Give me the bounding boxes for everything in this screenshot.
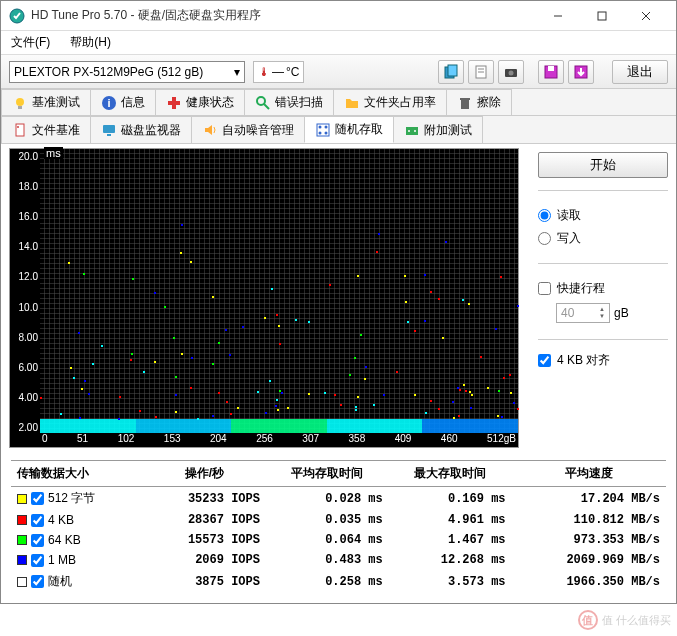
exit-button[interactable]: 退出 (612, 60, 668, 84)
svg-rect-6 (448, 65, 457, 76)
svg-point-33 (325, 131, 328, 134)
series-checkbox[interactable] (31, 575, 44, 588)
check-4kb-align[interactable]: 4 KB 对齐 (538, 352, 668, 369)
tab-信息[interactable]: i信息 (90, 89, 156, 115)
tab-label: 基准测试 (32, 94, 80, 111)
lightbulb-icon (12, 95, 28, 111)
series-checkbox[interactable] (31, 554, 44, 567)
svg-point-35 (408, 130, 410, 132)
max-access-value: 4.961 ms (389, 510, 512, 530)
tab-自动噪音管理[interactable]: 自动噪音管理 (191, 116, 305, 143)
svg-point-31 (325, 125, 328, 128)
save-button[interactable] (538, 60, 564, 84)
tab-文件夹占用率[interactable]: 文件夹占用率 (333, 89, 447, 115)
radio-read[interactable]: 读取 (538, 207, 668, 224)
radio-read-input[interactable] (538, 209, 551, 222)
radio-write-input[interactable] (538, 232, 551, 245)
series-checkbox[interactable] (31, 514, 44, 527)
scatter-outliers (40, 409, 518, 421)
y-tick: 6.00 (10, 362, 38, 373)
iops-value: 3875 IOPS (143, 570, 266, 593)
chevron-down-icon: ▾ (234, 65, 240, 79)
transfer-size: 1 MB (48, 553, 76, 567)
spinner-buttons[interactable]: ▲▼ (599, 306, 605, 320)
table-row: 4 KB 28367 IOPS 0.035 ms 4.961 ms 110.81… (11, 510, 666, 530)
tab-健康状态[interactable]: 健康状态 (155, 89, 245, 115)
scatter-baseline (40, 419, 518, 433)
check-4kb-align-input[interactable] (538, 354, 551, 367)
radio-write[interactable]: 写入 (538, 230, 668, 247)
temp-value: — (272, 65, 284, 79)
svg-rect-20 (168, 101, 180, 105)
search-icon (255, 95, 271, 111)
tab-label: 擦除 (477, 94, 501, 111)
plot-area (40, 149, 518, 433)
results-panel: 传输数据大小操作/秒平均存取时间最大存取时间平均速度 512 字节 35233 … (1, 456, 676, 603)
range-spinbox[interactable]: 40 ▲▼ (556, 303, 610, 323)
y-tick: 14.0 (10, 241, 38, 252)
series-checkbox[interactable] (31, 492, 44, 505)
svg-rect-25 (16, 124, 24, 136)
y-tick: 18.0 (10, 181, 38, 192)
tab-擦除[interactable]: 擦除 (446, 89, 512, 115)
avg-access-value: 0.064 ms (266, 530, 389, 550)
series-color-swatch (17, 494, 27, 504)
tab-随机存取[interactable]: 随机存取 (304, 116, 394, 143)
max-access-value: 1.467 ms (389, 530, 512, 550)
start-button[interactable]: 开始 (538, 152, 668, 178)
maximize-button[interactable] (580, 2, 624, 30)
avg-speed-value: 17.204 MB/s (512, 487, 666, 511)
tab-文件基准[interactable]: 文件基准 (1, 116, 91, 143)
drive-select[interactable]: PLEXTOR PX-512M9PeG (512 gB) ▾ (9, 61, 245, 83)
y-tick: 10.0 (10, 302, 38, 313)
app-icon (9, 8, 25, 24)
series-checkbox[interactable] (31, 534, 44, 547)
col-header: 传输数据大小 (11, 461, 143, 487)
check-random-range-label: 快捷行程 (557, 280, 605, 297)
avg-access-value: 0.483 ms (266, 550, 389, 570)
chart-area: ms 20.018.016.014.012.010.08.006.004.002… (9, 148, 530, 448)
radio-read-label: 读取 (557, 207, 581, 224)
menu-help[interactable]: 帮助(H) (64, 32, 117, 53)
tab-错误扫描[interactable]: 错误扫描 (244, 89, 334, 115)
x-tick: 460 (441, 433, 458, 447)
screenshot-button[interactable] (498, 60, 524, 84)
minimize-button[interactable] (536, 2, 580, 30)
load-button[interactable] (568, 60, 594, 84)
x-tick: 0 (42, 433, 48, 447)
y-tick: 20.0 (10, 151, 38, 162)
check-random-range-input[interactable] (538, 282, 551, 295)
max-access-value: 12.268 ms (389, 550, 512, 570)
y-axis: 20.018.016.014.012.010.08.006.004.002.00 (10, 149, 40, 433)
x-tick: 512gB (487, 433, 516, 447)
series-color-swatch (17, 515, 27, 525)
access-time-chart: ms 20.018.016.014.012.010.08.006.004.002… (9, 148, 519, 448)
max-access-value: 3.573 ms (389, 570, 512, 593)
tab-基准测试[interactable]: 基准测试 (1, 89, 91, 115)
copy-info-button[interactable] (438, 60, 464, 84)
tab-label: 随机存取 (335, 121, 383, 138)
speaker-icon (202, 122, 218, 138)
transfer-size: 4 KB (48, 513, 74, 527)
close-button[interactable] (624, 2, 668, 30)
plus-icon (166, 95, 182, 111)
copy-text-button[interactable] (468, 60, 494, 84)
svg-point-15 (16, 98, 24, 106)
check-random-range[interactable]: 快捷行程 (538, 280, 668, 297)
transfer-size: 64 KB (48, 533, 81, 547)
tab-label: 信息 (121, 94, 145, 111)
svg-point-32 (319, 131, 322, 134)
avg-access-value: 0.028 ms (266, 487, 389, 511)
transfer-size: 512 字节 (48, 490, 95, 507)
iops-value: 35233 IOPS (143, 487, 266, 511)
tab-label: 磁盘监视器 (121, 122, 181, 139)
x-tick: 204 (210, 433, 227, 447)
range-unit: gB (614, 306, 629, 320)
toolbar: PLEXTOR PX-512M9PeG (512 gB) ▾ 🌡 — °C 退出 (1, 55, 676, 89)
menu-file[interactable]: 文件(F) (5, 32, 56, 53)
tab-磁盘监视器[interactable]: 磁盘监视器 (90, 116, 192, 143)
svg-rect-23 (461, 100, 469, 109)
iops-value: 2069 IOPS (143, 550, 266, 570)
avg-access-value: 0.258 ms (266, 570, 389, 593)
tab-附加测试[interactable]: 附加测试 (393, 116, 483, 143)
